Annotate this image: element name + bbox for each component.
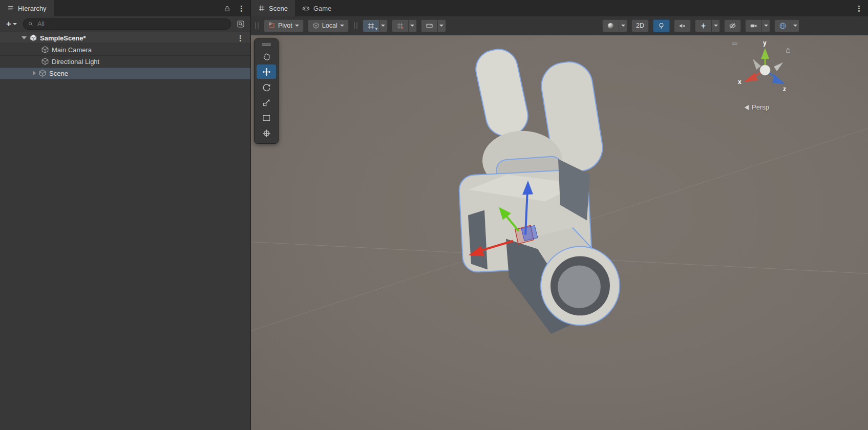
- tab-hierarchy[interactable]: Hierarchy: [0, 0, 54, 16]
- tree-row-scene-selected[interactable]: Scene: [0, 68, 250, 79]
- scene-visibility-button[interactable]: [724, 19, 741, 32]
- tool-transform[interactable]: [257, 126, 276, 140]
- chevron-down-icon: [764, 25, 768, 27]
- search-icon: [28, 21, 34, 27]
- transform-icon: [262, 129, 271, 138]
- axis-negz-cone[interactable]: [753, 59, 761, 70]
- sparkle-icon: [700, 22, 707, 30]
- tool-scale[interactable]: [257, 95, 276, 110]
- toolbar-drag-handle[interactable]: [354, 22, 357, 29]
- chevron-down-icon: [793, 25, 797, 27]
- scene-canvas[interactable]: y x z Persp: [251, 35, 868, 430]
- scene-menu-kebab-icon[interactable]: ⋮: [855, 5, 863, 12]
- selected-object-valve[interactable]: [458, 46, 620, 334]
- gizmo-plane-xy[interactable]: [521, 226, 538, 241]
- gizmos-button[interactable]: [774, 19, 791, 32]
- tool-move[interactable]: [257, 64, 276, 79]
- gizmos-dropdown[interactable]: [791, 19, 799, 32]
- gizmo-center-ball[interactable]: [760, 65, 770, 75]
- effects-dropdown[interactable]: [712, 19, 720, 32]
- chevron-expanded-icon[interactable]: [22, 36, 27, 39]
- scene-toolbar: Pivot Local Y: [251, 16, 868, 35]
- orientation-gizmo-axes: y x z: [732, 37, 798, 103]
- handle-rotation-button[interactable]: Local: [308, 19, 349, 32]
- pivot-icon: [268, 22, 276, 29]
- axis-z-cone[interactable]: [772, 74, 785, 84]
- indent-spacer: [33, 59, 38, 64]
- chevron-down-icon: [381, 25, 385, 27]
- tool-view-hand[interactable]: [257, 49, 276, 63]
- chevron-down-icon: [621, 25, 625, 27]
- axis-x-cone[interactable]: [744, 73, 758, 82]
- scene-view-panel: Scene Game ⋮ Pivot Local: [250, 0, 868, 430]
- tree-row-directional-light[interactable]: Directional Light: [0, 56, 250, 68]
- axis-negx-cone[interactable]: [774, 62, 783, 71]
- hierarchy-menu-kebab-icon[interactable]: ⋮: [238, 5, 245, 12]
- search-input[interactable]: [36, 20, 226, 28]
- persp-label: Persp: [752, 103, 769, 111]
- scene-grid-icon: [258, 5, 265, 12]
- increment-snap-dropdown[interactable]: [438, 19, 446, 32]
- scene-audio-button[interactable]: [674, 19, 691, 32]
- lock-icon[interactable]: [223, 5, 231, 12]
- tab-hierarchy-label: Hierarchy: [18, 5, 47, 12]
- scene-lighting-button[interactable]: [653, 19, 670, 32]
- camera-dropdown[interactable]: [762, 19, 770, 32]
- grid-options-dropdown[interactable]: [379, 19, 388, 32]
- orientation-gizmo[interactable]: y x z: [732, 37, 798, 103]
- open-search-window-button[interactable]: [235, 19, 246, 29]
- local-cube-icon: [312, 22, 320, 29]
- draw-mode-group: [602, 19, 627, 32]
- tree-row-sample-scene[interactable]: SampleScene* ⋮: [0, 32, 250, 44]
- axis-y-cone[interactable]: [761, 48, 769, 59]
- tool-rect[interactable]: [257, 111, 276, 125]
- local-label: Local: [322, 22, 337, 29]
- scene-effects-button[interactable]: [695, 19, 712, 32]
- scene-options-kebab-icon[interactable]: ⋮: [237, 34, 244, 42]
- effects-group: [695, 19, 720, 32]
- tool-rotate[interactable]: [257, 80, 276, 94]
- chevron-collapsed-icon[interactable]: [33, 71, 36, 76]
- chevron-down-icon: [439, 25, 443, 27]
- ruler-icon: [426, 22, 433, 30]
- increment-snap-button[interactable]: [421, 19, 438, 32]
- gamepad-icon: [302, 5, 310, 12]
- hierarchy-search[interactable]: [23, 18, 231, 30]
- grid-icon: [367, 22, 375, 30]
- move-icon: [262, 68, 271, 76]
- scene-header-actions: ⋮: [855, 0, 868, 16]
- tab-game[interactable]: Game: [295, 0, 338, 16]
- plus-icon: +: [6, 20, 11, 28]
- draw-mode-button[interactable]: [602, 19, 619, 32]
- draw-mode-dropdown[interactable]: [619, 19, 627, 32]
- cube-icon: [41, 46, 49, 54]
- pivot-mode-button[interactable]: Pivot: [264, 19, 304, 32]
- audio-muted-icon: [679, 22, 686, 30]
- toolbar-drag-handle[interactable]: [255, 22, 259, 29]
- projection-toggle[interactable]: Persp: [745, 103, 769, 111]
- create-object-button[interactable]: +: [4, 19, 19, 29]
- chevron-down-icon: [410, 25, 414, 27]
- item-label: Directional Light: [52, 58, 99, 66]
- grid-snap-button[interactable]: [392, 19, 409, 32]
- grid-axis-label: Y: [375, 27, 377, 31]
- toggle-2d-button[interactable]: 2D: [631, 19, 649, 32]
- cube-icon: [38, 69, 47, 77]
- snap-options-dropdown[interactable]: [409, 19, 417, 32]
- grid-visibility-group: Y: [363, 19, 388, 32]
- scene-camera-button[interactable]: [745, 19, 762, 32]
- tools-overlay: [254, 38, 279, 144]
- eye-off-icon: [729, 22, 736, 30]
- grid-visibility-button[interactable]: Y: [363, 19, 379, 32]
- globe-icon: [779, 22, 787, 30]
- rect-tool-icon: [262, 114, 271, 122]
- hierarchy-toolbar: +: [0, 16, 250, 32]
- camera-settings-group: [745, 19, 770, 32]
- video-camera-icon: [750, 22, 757, 30]
- scene-toolbar-right: 2D: [602, 19, 799, 32]
- hierarchy-header-actions: ⋮: [223, 0, 250, 16]
- tab-scene[interactable]: Scene: [251, 0, 295, 16]
- overlay-drag-handle[interactable]: [255, 41, 278, 47]
- item-label: Main Camera: [52, 46, 92, 54]
- tree-row-main-camera[interactable]: Main Camera: [0, 44, 250, 56]
